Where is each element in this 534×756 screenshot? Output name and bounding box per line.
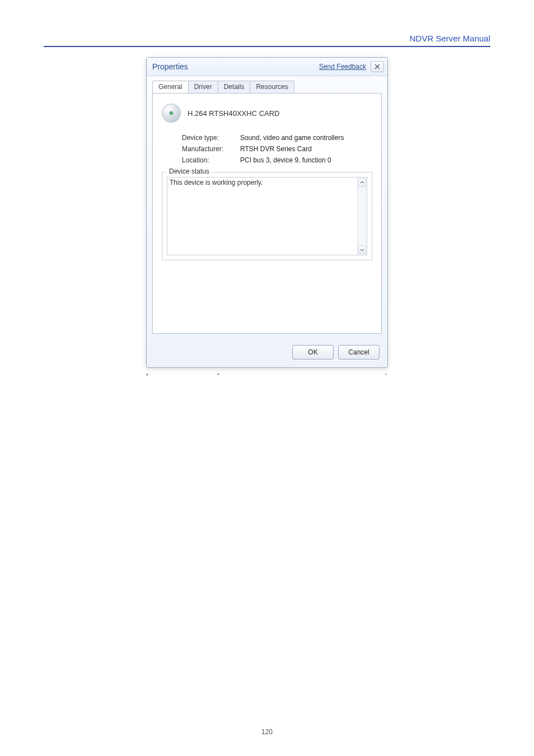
row-manufacturer: Manufacturer: RTSH DVR Series Card [182,145,372,153]
dialog-titlebar: Properties Send Feedback [147,58,387,76]
label-device-type: Device type: [182,134,240,142]
ok-button[interactable]: OK [292,345,334,360]
scroll-down-button[interactable] [358,246,366,254]
dialog-button-row: OK Cancel [147,339,387,367]
tab-details[interactable]: Details [218,81,251,93]
device-status-box: This device is working properly. [167,177,367,255]
device-name: H.264 RTSH40XXHC CARD [188,109,279,118]
value-location: PCI bus 3, device 9, function 0 [240,156,372,164]
row-location: Location: PCI bus 3, device 9, function … [182,156,372,164]
tab-bar: General Driver Details Resources [147,76,387,93]
tab-general[interactable]: General [152,81,189,93]
device-status-text: This device is working properly. [170,179,357,186]
chevron-up-icon [360,180,364,185]
doc-header: NDVR Server Manual [44,34,490,47]
scroll-up-button[interactable] [358,179,366,186]
label-location: Location: [182,156,240,164]
tab-driver[interactable]: Driver [188,81,218,93]
caption-trailing-mark: ’ [385,372,387,380]
value-manufacturer: RTSH DVR Series Card [240,145,372,153]
chevron-down-icon [360,248,364,252]
caption-close-quote: ” [217,372,219,380]
page-number: 120 [0,728,534,736]
value-device-type: Sound, video and game controllers [240,134,372,142]
row-device-type: Device type: Sound, video and game contr… [182,134,372,142]
device-icon [162,104,181,123]
manual-title-link[interactable]: NDVR Server Manual [410,34,490,43]
caption-open-quote: “ [146,372,148,380]
close-icon [374,64,380,69]
tab-resources[interactable]: Resources [250,81,294,93]
device-status-legend: Device status [167,167,212,175]
status-scrollbar[interactable] [357,178,367,255]
tab-panel-general: H.264 RTSH40XXHC CARD Device type: Sound… [152,93,382,334]
dialog-title: Properties [152,62,188,71]
cancel-button[interactable]: Cancel [338,345,380,360]
properties-dialog: Properties Send Feedback General Driver … [146,57,388,368]
device-status-group: Device status This device is working pro… [162,172,372,260]
close-button[interactable] [371,61,384,72]
figure-caption: “ ” ’ [146,372,387,380]
send-feedback-link[interactable]: Send Feedback [319,63,366,71]
label-manufacturer: Manufacturer: [182,145,240,153]
